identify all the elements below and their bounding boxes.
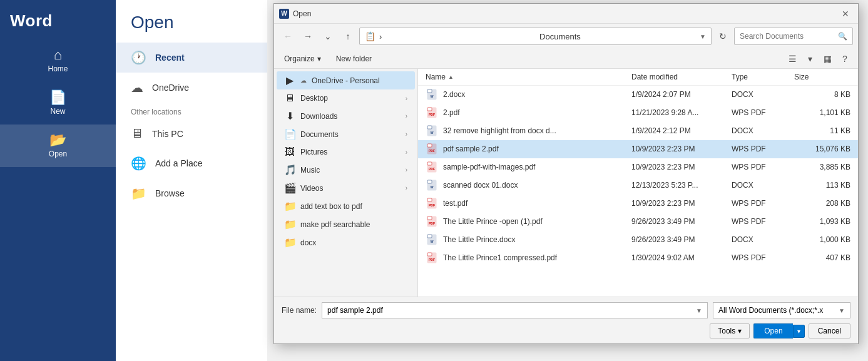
col-header-type[interactable]: Type: [732, 73, 794, 81]
file-date: 10/9/2023 2:23 PM: [631, 145, 732, 153]
home-icon: ⌂: [54, 48, 62, 62]
svg-rect-16: [427, 180, 432, 183]
file-name: pdf sample 2.pdf: [443, 145, 631, 153]
view-details-button[interactable]: ☰: [784, 51, 800, 67]
address-separator: ›: [379, 32, 536, 41]
dialog-bottom: File name: pdf sample 2.pdf ▼ All Word D…: [274, 297, 858, 343]
table-row[interactable]: PDF pdf sample 2.pdf 10/9/2023 2:23 PM W…: [418, 140, 858, 158]
file-icon: W: [426, 179, 438, 191]
file-name: The Little Prince.docx: [443, 235, 631, 244]
address-dropdown-icon[interactable]: ▼: [700, 33, 706, 40]
dialog-title: Open: [293, 9, 834, 18]
nav-item-addplace[interactable]: 🌐 Add a Place: [116, 148, 267, 178]
table-row[interactable]: PDF sample-pdf-with-images.pdf 10/9/2023…: [418, 158, 858, 176]
open-icon: 📂: [49, 133, 66, 147]
nav-item-recent[interactable]: 🕐 Recent: [116, 43, 267, 73]
nav-label-recent: Recent: [155, 53, 185, 63]
file-name: 2.docx: [443, 90, 631, 99]
nav-pictures[interactable]: 🖼 Pictures ›: [277, 143, 415, 161]
nav-docx[interactable]: 📁 docx: [277, 233, 415, 252]
organize-button[interactable]: Organize ▾: [279, 53, 326, 65]
sidebar-item-home[interactable]: ⌂ Home: [0, 39, 116, 82]
nav-item-thispc[interactable]: 🖥 This PC: [116, 119, 267, 148]
svg-rect-1: [427, 89, 432, 93]
nav-makepdf[interactable]: 📁 make pdf searchable: [277, 215, 415, 233]
file-name: The Little Prince -open (1).pdf: [443, 217, 631, 226]
word-sidebar: Word ⌂ Home 📄 New 📂 Open: [0, 0, 116, 361]
nav-addtextbox[interactable]: 📁 add text box to pdf: [277, 197, 415, 215]
videos-folder-icon: 🎬: [284, 182, 295, 194]
pictures-label: Pictures: [300, 148, 327, 156]
nav-desktop[interactable]: 🖥 Desktop ›: [277, 89, 415, 107]
col-type-label: Type: [732, 73, 748, 81]
open-dropdown-button[interactable]: ▾: [793, 325, 805, 338]
nav-documents[interactable]: 📄 Documents ›: [277, 125, 415, 143]
tools-button[interactable]: Tools ▾: [710, 323, 750, 338]
table-row[interactable]: PDF 2.pdf 11/21/2023 9:28 A... WPS PDF 1…: [418, 104, 858, 122]
refresh-button[interactable]: ↻: [714, 28, 732, 45]
preview-pane-button[interactable]: ▦: [819, 51, 835, 67]
music-folder-icon: 🎵: [284, 164, 295, 176]
documents-arrow: ›: [406, 131, 407, 138]
sidebar-item-open[interactable]: 📂 Open: [0, 125, 116, 167]
nav-item-browse[interactable]: 📁 Browse: [116, 178, 267, 208]
col-header-date[interactable]: Date modified: [631, 73, 732, 81]
col-header-name[interactable]: Name ▲: [426, 73, 631, 81]
dialog-nav-toolbar: ← → ⌄ ↑ 📋 › Documents ▼ ↻ 🔍: [274, 24, 858, 49]
onedrive-nav-icon: ▶: [284, 74, 295, 86]
back-button[interactable]: ←: [279, 28, 297, 45]
table-row[interactable]: W 32 remove highlight from docx d... 1/9…: [418, 122, 858, 140]
filename-value: pdf sample 2.pdf: [327, 306, 383, 315]
nav-music[interactable]: 🎵 Music ›: [277, 161, 415, 179]
table-row[interactable]: W 2.docx 1/9/2024 2:07 PM DOCX 8 KB: [418, 86, 858, 104]
nav-downloads[interactable]: ⬇ Downloads ›: [277, 107, 415, 125]
table-row[interactable]: W The Little Prince.docx 9/26/2023 3:49 …: [418, 231, 858, 249]
view-dropdown-button[interactable]: ▾: [802, 51, 818, 67]
new-folder-button[interactable]: New folder: [331, 53, 377, 65]
col-header-size[interactable]: Size: [794, 73, 850, 81]
filetype-select[interactable]: All Word Documents (*.docx;*.x ▼: [713, 302, 850, 318]
nav-label-addplace: Add a Place: [155, 158, 203, 168]
table-row[interactable]: PDF test.pdf 10/9/2023 2:23 PM WPS PDF 2…: [418, 195, 858, 213]
svg-text:PDF: PDF: [429, 258, 435, 262]
main-content: Open 🕐 Recent ☁ OneDrive Other locations…: [116, 0, 267, 361]
filetype-dropdown-icon: ▼: [839, 307, 845, 314]
file-icon: PDF: [426, 106, 438, 119]
tools-dropdown-icon: ▾: [738, 327, 742, 335]
desktop-arrow: ›: [406, 95, 407, 102]
file-open-dialog: W Open ✕ ← → ⌄ ↑ 📋 › Documents ▼ ↻ 🔍 Org…: [273, 3, 859, 344]
nav-item-onedrive[interactable]: ☁ OneDrive: [116, 73, 267, 103]
address-bar[interactable]: 📋 › Documents ▼: [359, 28, 712, 45]
svg-text:PDF: PDF: [429, 149, 435, 153]
nav-videos[interactable]: 🎬 Videos ›: [277, 179, 415, 197]
file-size: 8 KB: [794, 90, 850, 99]
onedrive-nav-item[interactable]: ▶ ☁ OneDrive - Personal: [277, 71, 415, 89]
table-row[interactable]: PDF The Little Prince -open (1).pdf 9/26…: [418, 213, 858, 231]
makepdf-label: make pdf searchable: [300, 220, 370, 229]
cancel-button[interactable]: Cancel: [809, 323, 850, 338]
dialog-app-icon: W: [279, 9, 289, 19]
view-options: ☰ ▾ ▦ ?: [784, 51, 853, 67]
recent-locations-button[interactable]: ⌄: [319, 28, 337, 45]
search-box[interactable]: 🔍: [734, 28, 853, 45]
help-button[interactable]: ?: [837, 51, 853, 67]
file-type: DOCX: [732, 181, 794, 190]
dialog-organize-toolbar: Organize ▾ New folder ☰ ▾ ▦ ?: [274, 49, 858, 69]
page-title: Open: [116, 0, 267, 43]
open-button[interactable]: Open: [753, 323, 792, 338]
sidebar-item-new[interactable]: 📄 New: [0, 82, 116, 125]
up-button[interactable]: ↑: [339, 28, 357, 45]
search-input[interactable]: [740, 32, 835, 41]
file-date: 1/9/2024 2:12 PM: [631, 126, 732, 135]
filename-input[interactable]: pdf sample 2.pdf ▼: [322, 302, 708, 318]
address-path: Documents: [539, 32, 696, 41]
file-icon: W: [426, 233, 438, 246]
table-row[interactable]: W scanned docx 01.docx 12/13/2023 5:23 P…: [418, 176, 858, 195]
file-date: 9/26/2023 3:49 PM: [631, 235, 732, 244]
onedrive-icon: ☁: [131, 80, 143, 95]
dialog-close-button[interactable]: ✕: [838, 6, 853, 21]
file-name: scanned docx 01.docx: [443, 181, 631, 190]
forward-button[interactable]: →: [299, 28, 317, 45]
sidebar-nav: ⌂ Home 📄 New 📂 Open: [0, 39, 116, 361]
table-row[interactable]: PDF The Little Prince1 compressed.pdf 1/…: [418, 249, 858, 267]
